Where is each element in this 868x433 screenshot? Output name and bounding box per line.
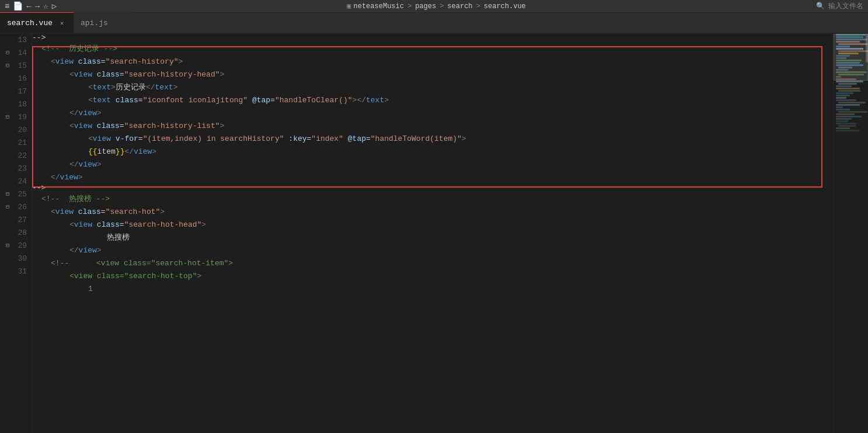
editor-area: 13 ⊟ 14 ⊟ 15 16 17 18 ⊟ 19: [0, 33, 868, 433]
gutter-row-28: 28: [0, 226, 32, 239]
line-num-18: 18: [14, 100, 27, 109]
code-line-13: <!-- 历史记录 -->: [32, 42, 833, 55]
line-num-29: 29: [14, 241, 27, 250]
code-line-20: <view v-for="(item,index) in searchHisto…: [32, 132, 833, 145]
breadcrumb-sep1: >: [407, 2, 412, 11]
line-num-26: 26: [14, 203, 27, 212]
code-line-30: <view class="search-hot-top">: [32, 269, 833, 282]
search-filename-label[interactable]: 输入文件名: [828, 1, 863, 11]
line-num-21: 21: [14, 138, 27, 147]
code-line-31: 1: [32, 282, 833, 295]
title-search-area: 🔍 输入文件名: [816, 1, 863, 11]
code-line-25: <view class="search-hot">: [32, 205, 833, 218]
file-icon: 📄: [13, 1, 23, 11]
tab-search-vue-label: search.vue: [7, 19, 53, 27]
breadcrumb: ▣ neteaseMusic > pages > search > search…: [61, 2, 811, 11]
back-icon[interactable]: ←: [26, 2, 31, 11]
fold-26[interactable]: ⊟: [6, 203, 12, 210]
line-num-19: 19: [14, 113, 27, 122]
breadcrumb-pages[interactable]: pages: [415, 2, 436, 11]
line-num-22: 22: [14, 151, 27, 160]
gutter-row-13: 13: [0, 33, 32, 46]
code-comment-13: <!-- 历史记录 -->: [41, 43, 117, 54]
gutter-row-26: ⊟ 26: [0, 200, 32, 213]
code-line-16: <text>历史记录</text>: [32, 81, 833, 93]
gutter-row-22: 22: [0, 149, 32, 162]
line-num-17: 17: [14, 87, 27, 96]
gutter-row-20: 20: [0, 123, 32, 136]
forward-icon[interactable]: →: [35, 2, 40, 11]
tab-api-js-label: api.js: [81, 19, 108, 27]
code-line-19: <view class="search-history-list">: [32, 119, 833, 132]
tab-bar: search.vue ✕ api.js: [0, 13, 868, 33]
breadcrumb-tab-icon: ▣: [347, 2, 351, 11]
code-line-24: <!-- 热搜榜 -->: [32, 192, 833, 205]
code-line-29: <!-- <view class="search-hot-item">: [32, 257, 833, 269]
code-line-22: </view>: [32, 158, 833, 171]
line-num-27: 27: [14, 216, 27, 224]
gutter-row-14: ⊟ 14: [0, 46, 32, 59]
code-comment-24: <!-- 热搜榜 -->: [41, 193, 110, 204]
gutter-row-23: 23: [0, 162, 32, 175]
code-lines: --> <!-- 历史记录 --> <view class="search-hi…: [32, 33, 833, 295]
fold-14[interactable]: ⊟: [6, 49, 12, 56]
gutter-row-31: 31: [0, 265, 32, 278]
title-bar-icons: ≡ 📄 ← → ☆ ▷: [5, 1, 57, 11]
gutter-row-15: ⊟ 15: [0, 59, 32, 72]
gutter-row-24: 24: [0, 175, 32, 188]
breadcrumb-file[interactable]: search.vue: [484, 2, 526, 11]
breadcrumb-project[interactable]: neteaseMusic: [354, 2, 404, 11]
gutter-row-18: 18: [0, 98, 32, 110]
code-editor[interactable]: --> <!-- 历史记录 --> <view class="search-hi…: [32, 33, 833, 433]
code-line-18: </view>: [32, 106, 833, 119]
line-number-gutter: 13 ⊟ 14 ⊟ 15 16 17 18 ⊟ 19: [0, 33, 32, 433]
gutter-row-29: ⊟ 29: [0, 239, 32, 252]
menu-icon[interactable]: ≡: [5, 2, 9, 11]
gutter-row-21: 21: [0, 136, 32, 149]
search-icon: 🔍: [816, 2, 825, 11]
line-num-20: 20: [14, 126, 27, 134]
code-line-28: </view>: [32, 244, 833, 257]
tab-search-vue[interactable]: search.vue ✕: [0, 12, 74, 33]
tab-search-vue-close[interactable]: ✕: [57, 18, 67, 27]
breadcrumb-sep2: >: [440, 2, 444, 11]
tab-api-js[interactable]: api.js: [74, 12, 132, 33]
line-num-31: 31: [14, 267, 27, 276]
line-num-28: 28: [14, 228, 27, 237]
line-num-24: 24: [14, 177, 27, 186]
fold-25[interactable]: ⊟: [6, 190, 12, 198]
minimap-lines: [834, 34, 868, 131]
line-num-15: 15: [14, 61, 27, 70]
minimap[interactable]: [833, 33, 868, 433]
fold-15[interactable]: ⊟: [6, 62, 12, 69]
code-line-21: {{item}}</view>: [32, 145, 833, 158]
star-icon[interactable]: ☆: [43, 1, 48, 11]
gutter-row-17: 17: [0, 85, 32, 98]
play-icon[interactable]: ▷: [52, 1, 57, 11]
breadcrumb-sep3: >: [476, 2, 480, 11]
code-line-14: <view class="search-history">: [32, 55, 833, 68]
line-num-16: 16: [14, 74, 27, 83]
fold-19[interactable]: ⊟: [6, 113, 12, 120]
minimap-scrollbar[interactable]: [866, 33, 868, 63]
line-num-30: 30: [14, 254, 27, 263]
code-line-15: <view class="search-history-head">: [32, 68, 833, 81]
minimap-viewport[interactable]: [834, 34, 868, 81]
code-line-26: <view class="search-hot-head">: [32, 218, 833, 231]
title-bar: ≡ 📄 ← → ☆ ▷ ▣ neteaseMusic > pages > sea…: [0, 0, 868, 13]
breadcrumb-search-folder[interactable]: search: [447, 2, 472, 11]
gutter-row-25: ⊟ 25: [0, 188, 32, 200]
line-num-14: 14: [14, 49, 27, 57]
gutter-row-27: 27: [0, 213, 32, 226]
code-line-17: <text class="iconfont iconlajitong" @tap…: [32, 93, 833, 106]
gutter-row-16: 16: [0, 72, 32, 85]
line-num-23: 23: [14, 164, 27, 173]
code-line-27: 热搜榜: [32, 231, 833, 244]
fold-29[interactable]: ⊟: [6, 242, 12, 249]
line-num-25: 25: [14, 190, 27, 199]
gutter-row-19: ⊟ 19: [0, 110, 32, 123]
gutter-row-30: 30: [0, 252, 32, 265]
code-line-23: </view>: [32, 171, 833, 183]
line-num-13: 13: [14, 36, 27, 44]
